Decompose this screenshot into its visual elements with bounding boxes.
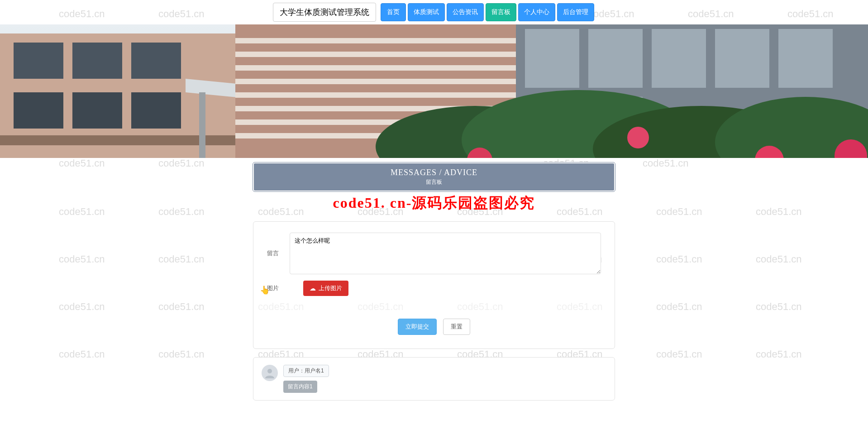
section-heading: MESSAGES / ADVICE 留言板: [253, 162, 615, 191]
svg-point-34: [627, 127, 649, 148]
message-user-tag: 用户：用户名1: [283, 365, 329, 377]
watermark: code51.cn: [643, 157, 689, 169]
nav-announcements[interactable]: 公告资讯: [447, 3, 484, 21]
hero-banner: [0, 24, 868, 158]
cursor-pointer-icon: 👆: [260, 285, 270, 295]
nav-fitness-test[interactable]: 体质测试: [408, 3, 445, 21]
section-title-cn: 留言板: [254, 178, 614, 186]
svg-rect-13: [235, 38, 516, 43]
upload-button-label: 上传图片: [319, 284, 342, 292]
watermark: code51.cn: [59, 253, 105, 265]
svg-rect-24: [652, 29, 706, 88]
svg-point-37: [267, 369, 272, 373]
nav-personal-center[interactable]: 个人中心: [518, 3, 555, 21]
message-list-card: 用户：用户名1 留言内容1: [253, 357, 615, 401]
site-title: 大学生体质测试管理系统: [273, 3, 376, 22]
svg-rect-17: [235, 92, 516, 98]
watermark: code51.cn: [656, 348, 702, 360]
svg-rect-7: [131, 92, 181, 129]
watermark: code51.cn: [756, 301, 802, 313]
user-icon: [264, 367, 275, 378]
message-item: 用户：用户名1 留言内容1: [262, 365, 606, 393]
watermark: code51.cn: [158, 348, 205, 360]
svg-rect-4: [131, 43, 181, 79]
message-label: 留言: [267, 249, 290, 258]
form-buttons-row: 立即提交 重置: [267, 319, 601, 335]
message-textarea[interactable]: [290, 233, 601, 274]
form-row-image: 图片 ☁ 上传图片 👆: [267, 281, 601, 296]
top-nav: 大学生体质测试管理系统 首页 体质测试 公告资讯 留言板 个人中心 后台管理: [0, 0, 868, 24]
svg-rect-15: [235, 65, 516, 71]
copyright-overlay: code51. cn-源码乐园盗图必究: [0, 193, 868, 213]
svg-rect-14: [235, 52, 516, 57]
svg-rect-25: [715, 29, 769, 88]
avatar: [262, 365, 278, 381]
watermark: code51.cn: [756, 348, 802, 360]
message-content: 留言内容1: [283, 381, 317, 393]
svg-rect-5: [14, 92, 63, 129]
form-row-message: 留言: [267, 233, 601, 274]
svg-rect-16: [235, 79, 516, 84]
svg-rect-22: [525, 29, 579, 88]
watermark: code51.cn: [656, 253, 702, 265]
watermark: code51.cn: [158, 301, 205, 313]
message-form-card: 留言 图片 ☁ 上传图片 👆 立即提交 重置: [253, 221, 615, 349]
section-title-en: MESSAGES / ADVICE: [254, 168, 614, 177]
svg-rect-6: [72, 92, 122, 129]
svg-rect-2: [14, 43, 63, 79]
image-label: 图片: [267, 284, 290, 292]
watermark: code51.cn: [158, 253, 205, 265]
upload-image-button[interactable]: ☁ 上传图片: [303, 281, 348, 296]
nav-message-board[interactable]: 留言板: [486, 3, 516, 21]
svg-rect-26: [778, 29, 833, 88]
submit-button[interactable]: 立即提交: [398, 319, 437, 335]
watermark: code51.cn: [656, 301, 702, 313]
watermark: code51.cn: [59, 157, 105, 169]
watermark: code51.cn: [158, 157, 205, 169]
cloud-upload-icon: ☁: [310, 285, 316, 292]
message-body: 用户：用户名1 留言内容1: [283, 365, 606, 393]
nav-admin[interactable]: 后台管理: [557, 3, 594, 21]
watermark: code51.cn: [756, 253, 802, 265]
nav-home[interactable]: 首页: [381, 3, 406, 21]
svg-rect-10: [199, 92, 205, 158]
watermark: code51.cn: [59, 301, 105, 313]
reset-button[interactable]: 重置: [443, 319, 470, 335]
svg-rect-3: [72, 43, 122, 79]
svg-rect-23: [588, 29, 643, 88]
watermark: code51.cn: [59, 348, 105, 360]
